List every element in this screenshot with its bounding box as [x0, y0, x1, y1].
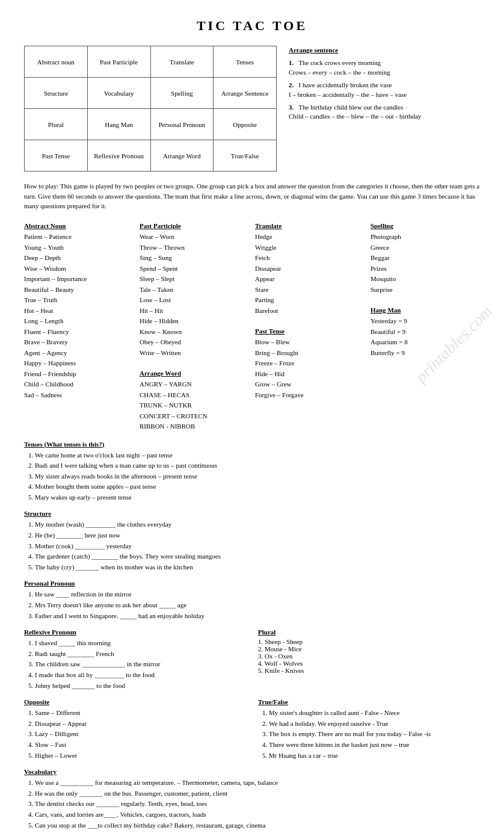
- list-item: He (be) ________ here just now: [35, 530, 480, 541]
- list-item: Agent – Agency: [24, 348, 134, 358]
- list-item: He saw ____ reflection in the mirror: [35, 589, 480, 600]
- list-item: Know – Known: [140, 327, 249, 337]
- grid-cell: Past Participle: [87, 46, 150, 78]
- list-item: 2. Mouse - Mice: [258, 645, 480, 652]
- opposite-title: Opposite: [24, 698, 246, 705]
- list-item: Dissapear – Appear: [35, 719, 246, 729]
- list-item: Mrs Terry doesn't like anyone to ask her…: [35, 600, 480, 611]
- list-item: Sing – Sung: [140, 253, 249, 263]
- list-item: Hit – Hit: [140, 306, 249, 316]
- as-item-3: 3. The birthday child blew out the candl…: [289, 103, 480, 122]
- list-item: Stare: [255, 285, 364, 295]
- list-item: Hot – Heat: [24, 306, 134, 316]
- list-item: Throw – Thrown: [140, 243, 249, 253]
- list-item: Lazy – Dilligent: [35, 729, 246, 740]
- list-item: The baby (cry) _______ when its mother w…: [35, 562, 480, 573]
- personal-pronoun-title: Personal Pronoun: [24, 580, 480, 587]
- list-item: We came home at two o'clock last night –…: [35, 450, 480, 461]
- list-item: CONCERT – CROTECN: [140, 411, 249, 421]
- list-item: Child – Childhood: [24, 379, 134, 389]
- reflexive-pronoun-title: Reflexive Pronoun: [24, 628, 246, 636]
- top-section: Abstract nounPast ParticipleTranslateTen…: [24, 46, 480, 172]
- list-item: The box is empty. There are no mail for …: [269, 729, 480, 740]
- list-item: Obey – Obeyed: [140, 337, 249, 347]
- list-item: Can you stop at the ___to collect my bir…: [35, 820, 480, 831]
- list-item: Rudi taught ________ French: [35, 649, 246, 660]
- list-item: 5. Knife - Knives: [258, 667, 480, 674]
- list-item: The children saw _____________ in the mi…: [35, 659, 246, 670]
- list-item: RIBBON - NIBROB: [140, 421, 249, 432]
- tenses-title: Tenses (What tenses is this?): [24, 441, 480, 448]
- vocabulary-title: Vocabulary: [24, 768, 480, 775]
- list-item: Beggar: [370, 253, 480, 263]
- list-item: Mother (cook) _________ yesterday: [35, 541, 480, 552]
- translate-header: Translate: [255, 221, 364, 231]
- translate-col: Translate HedgeWriggleFetchDissapearAppe…: [255, 221, 364, 432]
- list-item: The dentist checks our _______ regularly…: [35, 799, 480, 810]
- list-item: Blow – Blew: [255, 337, 364, 347]
- list-item: Happy – Happiness: [24, 358, 134, 368]
- past-participle-col: Past Participle Wear – WornThrow – Throw…: [140, 221, 249, 432]
- list-item: We use a __________ for measuring air te…: [35, 778, 480, 788]
- list-item: Higher – Lower: [35, 751, 246, 761]
- vocabulary-section: Vocabulary We use a __________ for measu…: [24, 768, 480, 831]
- list-item: Beautiful = 9: [370, 327, 480, 337]
- list-item: Surprise: [370, 285, 480, 295]
- list-item: ANGRY – YARGN: [140, 379, 249, 389]
- reflexive-pronoun-section: Reflexive Pronoun I shaved _____ this mo…: [24, 628, 246, 691]
- list-item: Aquarium = 8: [370, 337, 480, 347]
- list-item: Wriggle: [255, 243, 364, 253]
- grid-cell: Translate: [150, 46, 214, 78]
- personal-pronoun-section: Personal Pronoun He saw ____ reflection …: [24, 580, 480, 621]
- list-item: Mosquito: [370, 274, 480, 284]
- list-item: Long – Length: [24, 316, 134, 326]
- opposite-true-row: Opposite Same – DifferentDissapear – App…: [24, 698, 480, 768]
- grid-cell: Plural: [25, 109, 88, 140]
- past-tense-header: Past Tense: [255, 326, 364, 336]
- abstract-noun-col: Abstract Noun Patient – PatienceYoung – …: [24, 221, 134, 432]
- spelling-header: Spelling: [370, 221, 480, 231]
- list-item: Deep – Depth: [24, 253, 134, 263]
- list-item: 3. Ox - Oxen: [258, 652, 480, 660]
- list-item: Hide – Hidden: [140, 316, 249, 326]
- instructions: How to play: This game is played by two …: [24, 181, 480, 211]
- list-item: Cars, vans, and lorries are____. Vehicle…: [35, 810, 480, 820]
- list-item: Prizes: [370, 264, 480, 274]
- grid-cell: Personal Pronoun: [150, 109, 214, 140]
- arrange-sentence-title: Arrange sentence: [289, 46, 338, 54]
- arrange-sentence-box: Arrange sentence 1. The cock crows every…: [289, 46, 480, 172]
- list-item: Bring – Brought: [255, 348, 364, 358]
- list-item: Wise – Wisdom: [24, 264, 134, 274]
- list-item: TRUNK – NUTKR: [140, 400, 249, 410]
- list-item: Same – Different: [35, 708, 246, 719]
- true-false-title: True/False: [258, 698, 480, 705]
- plural-title: Plural: [258, 628, 480, 636]
- list-item: Patient – Patience: [24, 232, 134, 242]
- list-item: Sad – Sadness: [24, 390, 134, 400]
- grid-cell: Opposite: [214, 109, 277, 140]
- grid-cell: Vocabulary: [87, 78, 150, 109]
- list-item: Freeze – Froze: [255, 358, 364, 368]
- arrange-word-header: Arrange Word: [140, 368, 249, 379]
- list-item: My sister always reads books in the afte…: [35, 471, 480, 482]
- list-item: Dissapear: [255, 264, 364, 274]
- structure-title: Structure: [24, 510, 480, 517]
- tenses-section: Tenses (What tenses is this?) We came ho…: [24, 441, 480, 503]
- as-item-1: 1. The cock crows every morningCrows – e…: [289, 58, 480, 77]
- list-item: Write – Written: [140, 348, 249, 358]
- past-participle-header: Past Participle: [140, 221, 249, 231]
- grid-cell: Spelling: [150, 78, 214, 109]
- list-item: Barefoot: [255, 306, 364, 316]
- plural-section: Plural 1. Sheep - Sheep2. Mouse - Mice3.…: [258, 628, 480, 691]
- list-item: We had a holiday. We enjoyed ouselve - T…: [269, 719, 480, 729]
- list-item: Grow – Grew: [255, 379, 364, 389]
- grid-cell: Arrange Word: [150, 140, 214, 172]
- list-item: Lose – Lost: [140, 295, 249, 305]
- opposite-section: Opposite Same – DifferentDissapear – App…: [24, 698, 246, 761]
- list-item: Wear – Worn: [140, 232, 249, 242]
- list-item: Yesterday = 9: [370, 316, 480, 326]
- grid-cell: Tenses: [214, 46, 277, 78]
- grid-cell: Abstract noun: [25, 46, 88, 78]
- list-item: Tale – Taken: [140, 285, 249, 295]
- list-item: I shaved _____ this morning: [35, 638, 246, 649]
